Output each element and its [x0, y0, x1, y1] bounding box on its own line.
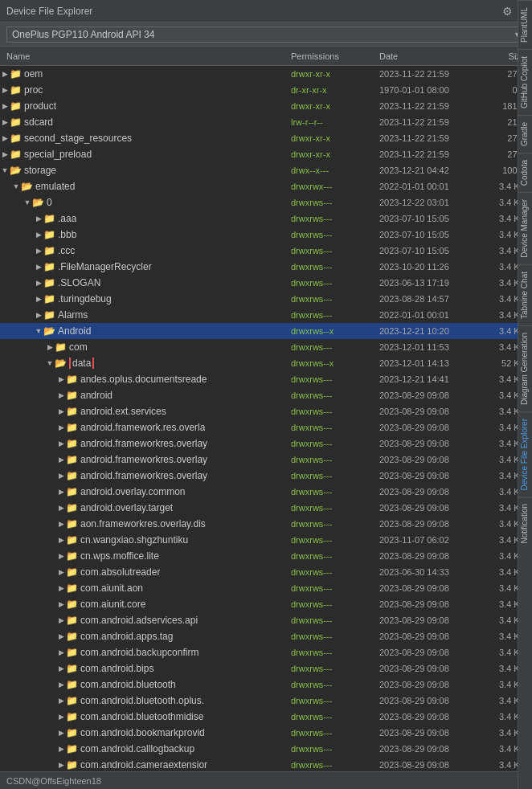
tree-row[interactable]: ▶📁com.android.cameraextensiordrwxrws---2…	[0, 757, 532, 771]
sidebar-tab-device-manager[interactable]: Device Manager	[518, 192, 532, 264]
expand-arrow-icon[interactable]: ▶	[56, 729, 66, 737]
expand-arrow-icon[interactable]: ▶	[34, 311, 43, 319]
expand-arrow-icon[interactable]: ▶	[56, 632, 66, 640]
tree-row[interactable]: ▶📁.aaadrwxrws---2023-07-10 15:053.4 KB	[0, 211, 532, 227]
tree-row[interactable]: ▼📂0drwxrws---2023-12-22 03:013.4 KB	[0, 194, 532, 211]
expand-arrow-icon[interactable]: ▶	[56, 713, 66, 721]
device-select[interactable]: OnePlus PGP110 Android API 34	[6, 27, 526, 43]
tree-row[interactable]: ▶📁com.android.bluetooth.oplus.drwxrws---…	[0, 693, 532, 709]
expand-arrow-icon[interactable]: ▶	[56, 488, 66, 496]
tree-row[interactable]: ▶📁andes.oplus.documentsreadedrwxrws---20…	[0, 371, 532, 387]
expand-arrow-icon[interactable]: ▼	[34, 327, 43, 335]
expand-arrow-icon[interactable]: ▶	[0, 102, 10, 110]
settings-icon[interactable]: ⚙	[502, 5, 513, 18]
expand-arrow-icon[interactable]: ▶	[56, 520, 66, 528]
tree-row[interactable]: ▼📂emulateddrwxrwx---2022-01-01 00:013.4 …	[0, 178, 532, 194]
tree-row[interactable]: ▶📁oemdrwxr-xr-x2023-11-22 21:5927 B	[0, 66, 532, 82]
expand-arrow-icon[interactable]: ▶	[0, 150, 10, 158]
tree-row[interactable]: ▶📁.cccdrwxrws---2023-07-10 15:053.4 KB	[0, 243, 532, 259]
expand-arrow-icon[interactable]: ▶	[45, 343, 55, 351]
tree-row[interactable]: ▶📁.SLOGANdrwxrws---2023-06-13 17:193.4 K…	[0, 275, 532, 291]
expand-arrow-icon[interactable]: ▶	[0, 70, 10, 78]
tree-row[interactable]: ▶📁productdrwxr-xr-x2023-11-22 21:59181 B	[0, 98, 532, 114]
expand-arrow-icon[interactable]: ▼	[45, 359, 55, 367]
tree-row[interactable]: ▶📁.bbbdrwxrws---2023-07-10 15:053.4 KB	[0, 227, 532, 243]
expand-arrow-icon[interactable]: ▶	[56, 616, 66, 624]
tree-row[interactable]: ▶📁android.frameworkres.overlaydrwxrws---…	[0, 435, 532, 452]
tree-row[interactable]: ▼📂datadrwxrws--x2023-12-01 14:1352 KB	[0, 355, 532, 371]
expand-arrow-icon[interactable]: ▶	[34, 247, 43, 255]
row-permissions: drwxrws---	[291, 374, 379, 384]
expand-arrow-icon[interactable]: ▶	[56, 745, 66, 753]
expand-arrow-icon[interactable]: ▶	[34, 279, 43, 287]
tree-row[interactable]: ▶📁special_preloaddrwxr-xr-x2023-11-22 21…	[0, 146, 532, 162]
tree-row[interactable]: ▶📁android.overlay.commondrwxrws---2023-0…	[0, 484, 532, 500]
expand-arrow-icon[interactable]: ▶	[34, 231, 43, 239]
tree-row[interactable]: ▶📁android.framework.res.overladrwxrws---…	[0, 419, 532, 435]
expand-arrow-icon[interactable]: ▼	[23, 198, 32, 206]
tree-row[interactable]: ▶📁.FileManagerRecyclerdrwxrws---2023-10-…	[0, 259, 532, 275]
tree-row[interactable]: ▶📁android.frameworkres.overlaydrwxrws---…	[0, 452, 532, 468]
tree-row[interactable]: ▶📁com.android.apps.tagdrwxrws---2023-08-…	[0, 628, 532, 644]
expand-arrow-icon[interactable]: ▶	[56, 456, 66, 464]
tree-row[interactable]: ▶📁com.aiunit.coredrwxrws---2023-08-29 09…	[0, 596, 532, 612]
sidebar-tab-tabnine[interactable]: Tabnine Chat	[518, 264, 532, 325]
expand-arrow-icon[interactable]: ▶	[56, 697, 66, 705]
expand-arrow-icon[interactable]: ▶	[56, 648, 66, 656]
sidebar-tab-notification[interactable]: Notification	[518, 497, 532, 550]
sidebar-tab-diagram[interactable]: Diagram Generation	[518, 325, 532, 411]
tree-row[interactable]: ▶📁cn.wangxiao.shgzhuntikudrwxrws---2023-…	[0, 532, 532, 548]
tree-row[interactable]: ▶📁com.aiunit.aondrwxrws---2023-08-29 09:…	[0, 580, 532, 596]
expand-arrow-icon[interactable]: ▼	[0, 166, 10, 174]
tree-row[interactable]: ▶📁comdrwxrws---2023-12-01 11:533.4 KB	[0, 339, 532, 355]
tree-row[interactable]: ▼📂storagedrwx--x---2023-12-21 04:42100 B	[0, 162, 532, 178]
expand-arrow-icon[interactable]: ▶	[56, 584, 66, 592]
sidebar-tab-github[interactable]: GitHub Copilot	[518, 49, 532, 115]
expand-arrow-icon[interactable]: ▶	[56, 423, 66, 431]
tree-row[interactable]: ▶📁.turingdebugdrwxrws---2023-08-28 14:57…	[0, 291, 532, 307]
tree-row[interactable]: ▶📁cn.wps.moffice.litedrwxrws---2023-08-2…	[0, 548, 532, 564]
expand-arrow-icon[interactable]: ▼	[11, 182, 21, 190]
tree-row[interactable]: ▼📂Androiddrwxrws--x2023-12-21 10:203.4 K…	[0, 323, 532, 339]
tree-row[interactable]: ▶📁procdr-xr-xr-x1970-01-01 08:000 B	[0, 82, 532, 98]
tree-row[interactable]: ▶📁android.frameworkres.overlaydrwxrws---…	[0, 468, 532, 484]
tree-row[interactable]: ▶📁com.android.bipsdrwxrws---2023-08-29 0…	[0, 660, 532, 677]
tree-row[interactable]: ▶📁Alarmsdrwxrws---2022-01-01 00:013.4 KB	[0, 307, 532, 323]
tree-row[interactable]: ▶📁sdcardlrw-r--r--2023-11-22 21:5921 B	[0, 114, 532, 130]
tree-row[interactable]: ▶📁com.android.bluetoothdrwxrws---2023-08…	[0, 677, 532, 693]
expand-arrow-icon[interactable]: ▶	[34, 215, 43, 223]
tree-row[interactable]: ▶📁com.android.calllogbackupdrwxrws---202…	[0, 741, 532, 757]
sidebar-tab-codota[interactable]: Codota	[518, 153, 532, 192]
tree-row[interactable]: ▶📁androiddrwxrws---2023-08-29 09:083.4 K…	[0, 387, 532, 403]
expand-arrow-icon[interactable]: ▶	[34, 263, 43, 271]
tree-row[interactable]: ▶📁second_stage_resourcesdrwxr-xr-x2023-1…	[0, 130, 532, 146]
tree-row[interactable]: ▶📁android.overlay.targetdrwxrws---2023-0…	[0, 500, 532, 516]
expand-arrow-icon[interactable]: ▶	[0, 118, 10, 126]
tree-row[interactable]: ▶📁com.android.bookmarkproviddrwxrws---20…	[0, 725, 532, 741]
expand-arrow-icon[interactable]: ▶	[56, 504, 66, 512]
expand-arrow-icon[interactable]: ▶	[56, 407, 66, 415]
sidebar-tab-device-file[interactable]: Device File Explorer	[518, 411, 532, 497]
expand-arrow-icon[interactable]: ▶	[34, 295, 43, 303]
expand-arrow-icon[interactable]: ▶	[56, 600, 66, 608]
tree-row[interactable]: ▶📁com.android.backupconfirmdrwxrws---202…	[0, 644, 532, 660]
expand-arrow-icon[interactable]: ▶	[56, 664, 66, 672]
expand-arrow-icon[interactable]: ▶	[56, 536, 66, 544]
tree-row[interactable]: ▶📁android.ext.servicesdrwxrws---2023-08-…	[0, 403, 532, 419]
sidebar-tab-gradle[interactable]: Gradle	[518, 115, 532, 153]
expand-arrow-icon[interactable]: ▶	[56, 552, 66, 560]
tree-row[interactable]: ▶📁com.android.adservices.apidrwxrws---20…	[0, 612, 532, 628]
tree-row[interactable]: ▶📁aon.frameworkres.overlay.disdrwxrws---…	[0, 516, 532, 532]
expand-arrow-icon[interactable]: ▶	[56, 761, 66, 769]
expand-arrow-icon[interactable]: ▶	[56, 439, 66, 448]
row-date: 2023-07-10 15:05	[379, 214, 484, 223]
expand-arrow-icon[interactable]: ▶	[56, 568, 66, 576]
expand-arrow-icon[interactable]: ▶	[0, 86, 10, 94]
expand-arrow-icon[interactable]: ▶	[56, 681, 66, 689]
expand-arrow-icon[interactable]: ▶	[56, 375, 66, 383]
tree-row[interactable]: ▶📁com.absolutreaderdrwxrws---2023-06-30 …	[0, 564, 532, 580]
expand-arrow-icon[interactable]: ▶	[56, 391, 66, 399]
expand-arrow-icon[interactable]: ▶	[56, 472, 66, 480]
expand-arrow-icon[interactable]: ▶	[0, 134, 10, 142]
tree-row[interactable]: ▶📁com.android.bluetoothmidisedrwxrws---2…	[0, 709, 532, 725]
